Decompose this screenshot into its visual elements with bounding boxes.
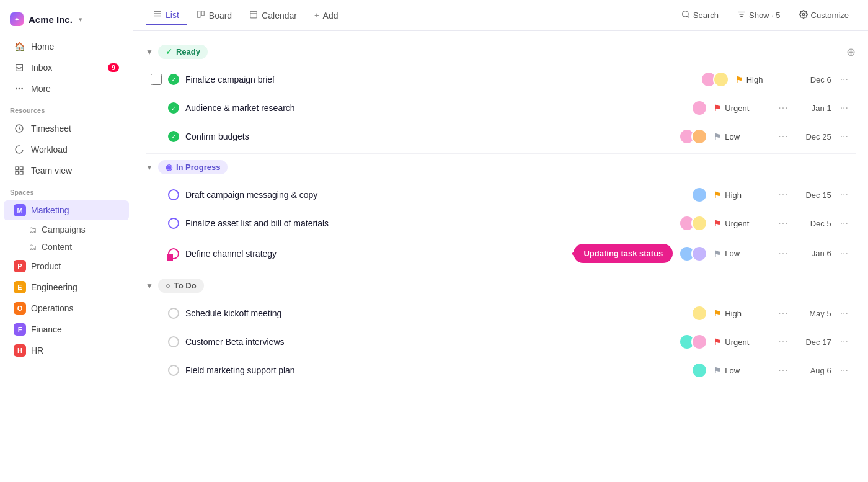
task-more-button[interactable]: ··· — [838, 248, 851, 259]
priority-label: Urgent — [725, 104, 749, 113]
sidebar-item-marketing[interactable]: M Marketing — [4, 200, 129, 220]
table-row[interactable]: Field marketing support plan ⚑ Low ··· A… — [146, 356, 856, 385]
search-button[interactable]: Search — [675, 6, 725, 24]
task-date: Dec 17 — [797, 337, 831, 347]
task-status-icon[interactable] — [168, 218, 179, 229]
priority-label: Low — [725, 132, 740, 141]
show-button[interactable]: Show · 5 — [730, 6, 787, 24]
tab-calendar[interactable]: Calendar — [242, 6, 304, 24]
task-checkbox[interactable] — [151, 74, 162, 85]
task-priority: ⚑ High — [714, 308, 769, 318]
space-badge-engineering: E — [14, 281, 26, 293]
task-more-button[interactable]: ··· — [838, 308, 851, 319]
task-status-icon[interactable] — [168, 248, 179, 259]
table-row[interactable]: ✓ Audience & market research ⚑ Urgent ··… — [146, 94, 856, 122]
task-priority-dots[interactable]: ··· — [778, 218, 788, 229]
task-more-button[interactable]: ··· — [838, 102, 851, 114]
task-status-icon[interactable] — [168, 336, 179, 347]
task-priority-dots[interactable]: ··· — [778, 336, 788, 347]
task-priority: ⚑ Low — [714, 132, 769, 141]
chevron-down-icon[interactable]: ▼ — [146, 163, 153, 172]
task-avatars — [679, 334, 707, 350]
table-row[interactable]: Customer Beta interviews ⚑ Urgent ··· De… — [146, 328, 856, 356]
table-row[interactable]: Define channel strategy Updating task st… — [146, 238, 856, 269]
status-badge-inprogress: ◉ In Progress — [158, 160, 228, 174]
task-priority-dots[interactable]: ··· — [778, 102, 788, 114]
tab-label: List — [166, 10, 179, 20]
svg-rect-12 — [202, 11, 204, 16]
sidebar-item-home[interactable]: 🏠 Home — [4, 37, 129, 56]
sidebar-item-hr[interactable]: H HR — [4, 341, 129, 360]
chevron-down-icon[interactable]: ▼ — [146, 48, 153, 56]
tab-label: Calendar — [262, 11, 297, 20]
task-priority-dots[interactable]: ··· — [778, 131, 788, 142]
table-row[interactable]: Finalize asset list and bill of material… — [146, 209, 856, 238]
list-icon — [153, 9, 162, 20]
task-more-button[interactable]: ··· — [838, 336, 851, 347]
task-priority: ⚑ Urgent — [714, 337, 769, 347]
customize-button[interactable]: Customize — [792, 6, 856, 24]
task-avatars — [679, 215, 707, 231]
svg-rect-13 — [250, 11, 257, 17]
priority-flag-icon: ⚑ — [714, 249, 722, 259]
sidebar-item-product[interactable]: P Product — [4, 256, 129, 276]
sidebar-item-more[interactable]: More — [4, 79, 129, 99]
section-add-button[interactable]: ⊕ — [846, 45, 856, 59]
sidebar-item-timesheet[interactable]: Timesheet — [4, 118, 129, 138]
sidebar-item-inbox[interactable]: Inbox 9 — [4, 58, 129, 78]
section-inprogress-header: ▼ ◉ In Progress — [146, 156, 856, 178]
priority-flag-icon: ⚑ — [714, 365, 722, 375]
task-more-button[interactable]: ··· — [838, 74, 851, 85]
sidebar-item-label: Marketing — [31, 205, 69, 215]
task-name: Schedule kickoff meeting — [185, 308, 685, 318]
table-row[interactable]: Draft campaign messaging & copy ⚑ High ·… — [146, 181, 856, 209]
task-more-button[interactable]: ··· — [838, 189, 851, 200]
task-status-icon[interactable]: ✓ — [168, 131, 179, 142]
tab-board[interactable]: Board — [189, 6, 239, 24]
sidebar-item-workload[interactable]: Workload — [4, 140, 129, 159]
task-more-button[interactable]: ··· — [838, 365, 851, 376]
avatar — [691, 187, 707, 203]
sidebar-item-label: Product — [31, 261, 61, 271]
task-priority-dots[interactable]: ··· — [778, 189, 788, 200]
chevron-down-icon[interactable]: ▼ — [146, 282, 153, 290]
more-icon — [14, 83, 25, 94]
task-priority-dots[interactable]: ··· — [778, 308, 788, 319]
task-priority: ⚑ High — [714, 190, 769, 200]
task-avatars — [691, 100, 707, 116]
topbar: List Board Calendar + Add Search — [133, 0, 868, 31]
avatar — [691, 246, 707, 262]
sidebar-item-campaigns[interactable]: 🗂 Campaigns — [4, 221, 129, 238]
priority-flag-icon: ⚑ — [714, 308, 722, 318]
sidebar-item-content[interactable]: 🗂 Content — [4, 239, 129, 255]
logo-icon: ✦ — [10, 12, 24, 26]
task-avatars — [679, 128, 707, 145]
sidebar-item-label: Engineering — [31, 282, 78, 292]
task-status-icon[interactable]: ✓ — [168, 102, 179, 114]
avatar — [713, 71, 729, 87]
sidebar-item-teamview[interactable]: Team view — [4, 161, 129, 181]
sidebar-item-operations[interactable]: O Operations — [4, 298, 129, 318]
priority-flag-icon: ⚑ — [714, 132, 722, 141]
task-more-button[interactable]: ··· — [838, 218, 851, 229]
sidebar-item-label: Team view — [31, 166, 72, 176]
table-row[interactable]: ✓ Confirm budgets ⚑ Low ··· Dec 25 ··· — [146, 122, 856, 151]
space-badge-hr: H — [14, 344, 26, 357]
task-priority-dots[interactable]: ··· — [778, 248, 788, 259]
tab-list[interactable]: List — [146, 6, 187, 25]
sidebar-item-label: More — [31, 84, 51, 94]
task-status-icon[interactable]: ✓ — [168, 74, 179, 85]
table-row[interactable]: ✓ Finalize campaign brief ⚑ High Dec 6 ·… — [146, 65, 856, 94]
task-status-icon[interactable] — [168, 189, 179, 200]
task-status-icon[interactable] — [168, 365, 179, 376]
task-status-icon[interactable] — [168, 308, 179, 319]
sidebar-item-finance[interactable]: F Finance — [4, 319, 129, 339]
tab-add[interactable]: + Add — [307, 7, 346, 24]
task-more-button[interactable]: ··· — [838, 131, 851, 142]
sidebar-item-engineering[interactable]: E Engineering — [4, 277, 129, 297]
logo[interactable]: ✦ Acme Inc. ▾ — [0, 7, 133, 36]
status-badge-label: To Do — [174, 281, 197, 290]
status-badge-label: In Progress — [176, 163, 221, 172]
table-row[interactable]: Schedule kickoff meeting ⚑ High ··· May … — [146, 299, 856, 328]
task-priority-dots[interactable]: ··· — [778, 365, 788, 376]
